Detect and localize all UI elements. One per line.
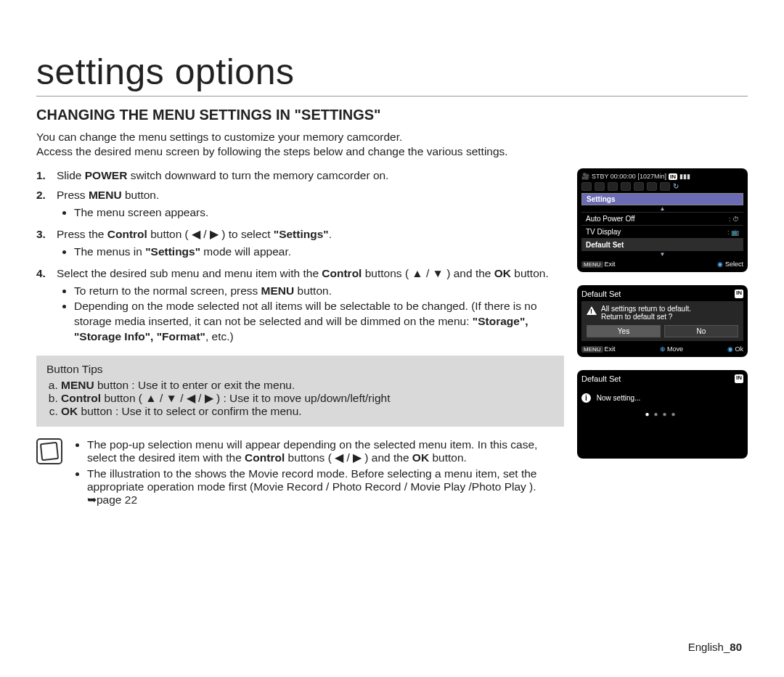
info-icon: i: [581, 393, 591, 403]
mode-icon-row: ↻: [581, 182, 743, 191]
note-box: The pop-up selection menu will appear de…: [36, 438, 564, 509]
step-item: 2.Press MENU button.The menu screen appe…: [36, 188, 564, 223]
menu-section-settings: Settings: [581, 193, 743, 205]
tip-item: Control button ( ▲ / ▼ / ◀ / ▶ ) : Use i…: [61, 392, 554, 405]
button-tips-box: Button Tips MENU button : Use it to ente…: [36, 356, 564, 427]
intro-text: You can change the menu settings to cust…: [36, 131, 748, 158]
lcd-settings-menu: 🎥 STBY 00:00:00 [1027Min] IN ▮▮▮ ↻ Setti…: [577, 168, 748, 272]
no-button[interactable]: No: [664, 325, 738, 337]
tips-title: Button Tips: [46, 363, 554, 376]
battery-icon: ▮▮▮: [679, 173, 690, 180]
tip-item: MENU button : Use it to enter or exit th…: [61, 379, 554, 392]
status-text: STBY 00:00:00 [1027Min]: [592, 173, 666, 180]
storage-badge: IN: [669, 173, 677, 180]
steps-list: 1.Slide POWER switch downward to turn th…: [36, 168, 564, 347]
menu-item-tv-display[interactable]: TV Display: 📺: [581, 225, 743, 238]
dialog-title: Default Set: [581, 374, 621, 383]
progress-dots: ●●●●: [581, 410, 743, 418]
step-item: 4.Select the desired sub menu and menu i…: [36, 266, 564, 348]
dialog-msg-1: All settings return to default.: [601, 305, 691, 313]
warning-icon: [587, 306, 597, 315]
page-footer: English_80: [688, 641, 742, 653]
note-item: The pop-up selection menu will appear de…: [87, 438, 564, 464]
storage-badge: IN: [735, 374, 743, 383]
step-item: 3.Press the Control button ( ◀ / ▶ ) to …: [36, 227, 564, 262]
menu-item-default-set[interactable]: Default Set: [581, 238, 743, 251]
lcd-default-set-confirm: Default Set IN All settings return to de…: [577, 285, 748, 357]
note-item: The illustration to the shows the Movie …: [87, 467, 564, 506]
step-item: 1.Slide POWER switch downward to turn th…: [36, 168, 564, 184]
menu-item-auto-power-off[interactable]: Auto Power Off: ⏱: [581, 212, 743, 225]
yes-button[interactable]: Yes: [587, 325, 661, 337]
page-title: settings options: [36, 51, 748, 97]
now-setting-text: Now setting...: [597, 394, 641, 402]
lcd-now-setting: Default Set IN i Now setting... ●●●●: [577, 370, 748, 459]
note-icon: [36, 438, 62, 464]
dialog-title: Default Set: [581, 290, 621, 298]
rec-icon: 🎥: [581, 173, 589, 180]
tip-item: OK button : Use it to select or confirm …: [61, 405, 554, 418]
section-heading: CHANGING THE MENU SETTINGS IN "SETTINGS": [36, 107, 748, 123]
storage-badge: IN: [735, 290, 743, 298]
dialog-msg-2: Return to default set ?: [601, 313, 691, 321]
